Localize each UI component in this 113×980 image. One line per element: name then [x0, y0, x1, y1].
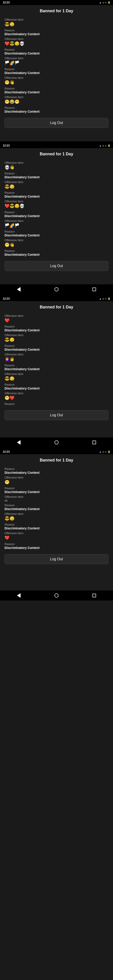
item-label: Offensive Item	[5, 372, 108, 375]
wifi2-icon: ∞	[105, 450, 107, 453]
home-icon	[55, 287, 58, 291]
item-value: 👩‍🦱👩	[5, 356, 108, 362]
wifi2-icon: ∞	[105, 145, 107, 147]
item-label: Offensive Item	[5, 314, 108, 318]
item-label: Offensive Item	[5, 180, 108, 184]
item-group: Offensive Item😁	[5, 476, 108, 485]
item-group: Offensive Item❤️	[5, 314, 108, 323]
section-divider	[0, 294, 113, 296]
item-value: 😎😏	[5, 184, 108, 189]
item-value: Discriminatory Content	[5, 234, 108, 237]
item-value: Discriminatory Content	[5, 527, 108, 530]
section-divider	[0, 447, 113, 449]
back-icon	[17, 287, 20, 292]
item-label: Offensive Item	[5, 57, 108, 60]
wifi-icon: ⊙	[102, 2, 104, 4]
recents-button[interactable]	[89, 592, 100, 599]
item-label: Reason	[5, 106, 108, 110]
nav-bar	[0, 284, 113, 294]
back-button[interactable]	[13, 286, 24, 293]
item-group: ReasonDiscriminatory Content	[5, 106, 108, 113]
item-group: Offensive Item❤️😎😏💀	[5, 37, 108, 46]
item-group: Offensive Item😎😏	[5, 512, 108, 522]
item-value: 🏳️🌈🏳️	[5, 60, 108, 66]
item-value: 🏳️🌈🏳️	[5, 223, 108, 229]
wifi-icon: ⊙	[102, 450, 104, 453]
item-group: Offensive Item❤️	[5, 531, 108, 541]
logout-button[interactable]: Log Out	[5, 118, 108, 128]
status-icons: ▲ ⊙ ∞ 🔋	[99, 2, 110, 4]
item-value: Discriminatory Content	[5, 32, 108, 36]
item-group: ReasonDiscriminatory Content	[5, 230, 108, 237]
item-label: Offensive Item	[5, 391, 108, 395]
item-group: Offensive Item😁😂😁	[5, 95, 108, 105]
status-bar: 12:23 ▲ ⊙ ∞ 🔋	[0, 143, 113, 148]
item-group: ReasonDiscriminatory Content	[5, 48, 108, 55]
screen-screen4: Banned for 1 DayReasonDiscriminatory Con…	[0, 454, 113, 590]
item-group: ReasonDiscriminatory Content	[5, 504, 108, 511]
logout-button[interactable]: Log Out	[5, 410, 108, 420]
item-value: 😎😏	[5, 22, 108, 27]
item-label: Offensive Item	[5, 333, 108, 337]
item-label: Reason	[5, 87, 108, 90]
item-value: 😁	[5, 479, 108, 485]
status-time: 12:23	[3, 144, 10, 147]
item-value: Discriminatory Content	[5, 471, 108, 474]
back-button[interactable]	[13, 592, 24, 599]
recents-icon	[93, 441, 96, 444]
item-value: Discriminatory Content	[5, 348, 108, 352]
item-group: Offensive Item😁❤️	[5, 391, 108, 401]
item-label: Reason	[5, 230, 108, 233]
recents-button[interactable]	[89, 286, 100, 293]
item-group: ReasonDiscriminatory Content	[5, 325, 108, 332]
item-label: Offensive Item	[5, 95, 108, 99]
wifi2-icon: ∞	[105, 298, 107, 300]
status-time: 12:23	[3, 297, 10, 300]
item-label: Offensive Item	[5, 18, 108, 21]
item-group: Offensive Itemak	[5, 495, 108, 502]
item-value: Discriminatory Content	[5, 110, 108, 113]
recents-icon	[93, 594, 96, 597]
home-button[interactable]	[51, 286, 62, 293]
item-label: Offensive Item	[5, 161, 108, 164]
home-icon	[55, 593, 58, 598]
item-group: ReasonDiscriminatory Content	[5, 487, 108, 494]
item-group: Offensive Item😎😏	[5, 372, 108, 382]
item-label: Reason	[5, 29, 108, 32]
item-label: Offensive Item	[5, 37, 108, 41]
signal-icon: ▲	[99, 450, 102, 453]
status-icons: ▲ ⊙ ∞ 🔋	[99, 145, 110, 147]
item-group: ReasonDiscriminatory Content	[5, 467, 108, 474]
screen-title: Banned for 1 Day	[5, 458, 108, 463]
item-group: ReasonDiscriminatory Content	[5, 383, 108, 390]
item-label: Reason	[5, 523, 108, 526]
item-value: 😎😏	[5, 337, 108, 343]
logout-button[interactable]: Log Out	[5, 554, 108, 564]
item-value: Discriminatory Content	[5, 546, 108, 550]
item-label: Reason	[5, 467, 108, 471]
item-group: ReasonDiscriminatory Content	[5, 191, 108, 198]
home-button[interactable]	[51, 592, 62, 599]
item-value: Discriminatory Content	[5, 507, 108, 511]
item-label: Offensive Item	[5, 476, 108, 479]
item-value: Discriminatory Content	[5, 367, 108, 371]
item-value: 😎😏	[5, 516, 108, 522]
wifi-icon: ⊙	[102, 298, 104, 300]
status-icons: ▲ ⊙ ∞ 🔋	[99, 450, 110, 453]
item-label: Reason	[5, 402, 108, 406]
back-icon	[17, 440, 20, 445]
item-label: Offensive Item	[5, 512, 108, 515]
item-group: Reason	[5, 402, 108, 406]
item-label: Reason	[5, 383, 108, 386]
home-button[interactable]	[51, 439, 62, 445]
item-value: Discriminatory Content	[5, 253, 108, 256]
battery-icon: 🔋	[108, 298, 110, 300]
recents-button[interactable]	[89, 439, 100, 445]
status-bar: 12:23 ▲ ⊙ ∞ 🔋	[0, 0, 113, 5]
item-group: ReasonDiscriminatory Content	[5, 67, 108, 75]
logout-button[interactable]: Log Out	[5, 261, 108, 271]
wifi2-icon: ∞	[105, 2, 107, 4]
back-button[interactable]	[13, 439, 24, 445]
item-value: ❤️	[5, 535, 108, 541]
item-label: Reason	[5, 325, 108, 328]
